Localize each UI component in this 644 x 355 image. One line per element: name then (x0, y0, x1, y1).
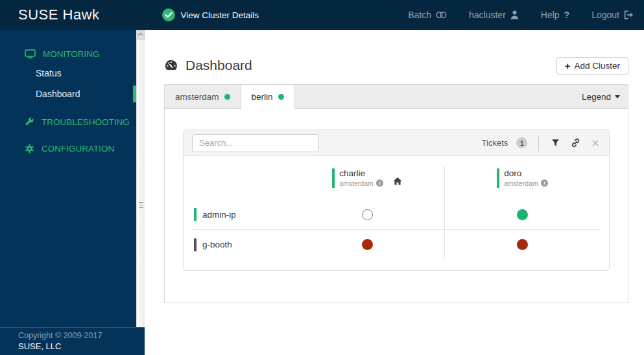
logout-menu-item[interactable]: Logout (591, 10, 634, 20)
resource-status-bar (194, 208, 197, 221)
username-label: hacluster (469, 10, 506, 20)
batch-icon (436, 10, 447, 19)
question-icon: ? (564, 10, 570, 20)
corner-cell (193, 166, 290, 200)
panel-header: Tickets 1 (184, 130, 609, 156)
sidebar-section-configuration: CONFIGURATION (0, 140, 136, 157)
legend-label: Legend (582, 92, 611, 102)
search-input[interactable] (192, 134, 319, 152)
wrench-icon (25, 117, 34, 127)
sidebar-section-monitoring: MONITORING Status Dashboard (0, 45, 136, 104)
page-title: Dashboard (164, 58, 252, 73)
splitter-collapse-button[interactable] (137, 30, 145, 40)
resource-status-bar (194, 238, 197, 251)
sidebar-splitter[interactable] (136, 30, 145, 327)
state-circle[interactable] (362, 209, 373, 220)
tickets-label: Tickets (482, 138, 508, 148)
dashboard-gauge-icon (164, 59, 178, 72)
logout-label: Logout (591, 10, 619, 20)
splitter-grip-icon[interactable] (139, 202, 143, 209)
tab-amsterdam[interactable]: amsterdam (165, 85, 241, 108)
filter-funnel-icon (551, 139, 560, 147)
sidebar-heading-configuration[interactable]: CONFIGURATION (0, 140, 136, 157)
link-button[interactable] (569, 137, 582, 149)
sidebar-heading-monitoring[interactable]: MONITORING (0, 45, 136, 63)
caret-down-icon (615, 95, 620, 98)
hawk-page: SUSE Hawk View Cluster Details Batch hac… (0, 0, 644, 355)
help-label: Help (541, 10, 560, 20)
close-icon: ✕ (591, 139, 599, 148)
sidebar: MONITORING Status Dashboard TROUBLESHOOT… (0, 30, 136, 355)
add-cluster-button[interactable]: + Add Cluster (556, 57, 628, 74)
state-circle[interactable] (517, 209, 528, 220)
chevron-up-icon (138, 33, 143, 38)
resource-state-cell (445, 229, 600, 259)
state-circle[interactable] (517, 239, 528, 250)
help-menu-item[interactable]: Help ? (541, 10, 569, 20)
cluster-tabs-region: amsterdam berlin Legend Ti (164, 84, 628, 303)
sidebar-heading-troubleshooting[interactable]: TROUBLESHOOTING (0, 113, 136, 131)
monitor-icon (25, 49, 36, 59)
node-cluster: amsterdam (339, 179, 374, 187)
section-label: CONFIGURATION (42, 144, 114, 154)
node-cluster: amsterdam (504, 179, 538, 187)
main-header: Dashboard + Add Cluster (164, 56, 628, 75)
column-header-doro: doro amsterdam i (445, 166, 600, 200)
resource-state-cell (290, 229, 445, 259)
node-status-bar (497, 168, 499, 188)
home-icon (393, 177, 402, 185)
user-icon (510, 10, 519, 19)
tickets-count-badge: 1 (516, 137, 527, 148)
cluster-status-label: View Cluster Details (181, 10, 259, 20)
node-header[interactable]: doro amsterdam i (497, 168, 548, 188)
cluster-tab-strip: amsterdam berlin Legend (164, 84, 628, 109)
tab-label: berlin (252, 92, 273, 102)
legend-dropdown[interactable]: Legend (582, 85, 620, 108)
filter-button[interactable] (550, 137, 561, 148)
cluster-status[interactable]: View Cluster Details (162, 8, 259, 21)
tab-berlin[interactable]: berlin (241, 85, 295, 109)
close-button[interactable]: ✕ (590, 137, 601, 149)
section-label: TROUBLESHOOTING (42, 117, 130, 127)
sidebar-item-status[interactable]: Status (0, 63, 136, 84)
user-menu-item[interactable]: hacluster (469, 10, 519, 20)
check-circle-icon (162, 8, 175, 21)
link-icon (571, 138, 580, 148)
resource-state-cell (290, 200, 445, 229)
navbar-menu: Batch hacluster Help ? Logout (408, 10, 634, 20)
resource-row-label: admin-ip (193, 200, 290, 229)
panel-body: charlie amsterdam i (184, 156, 609, 259)
logout-icon (624, 10, 634, 19)
cluster-ok-dot (278, 94, 284, 100)
app-brand: SUSE Hawk (18, 6, 100, 23)
tab-label: amsterdam (175, 92, 219, 102)
main-content: Dashboard + Add Cluster amsterdam berlin… (145, 30, 644, 355)
sidebar-item-label: Status (36, 68, 62, 78)
node-status-bar (332, 168, 335, 188)
column-header-charlie: charlie amsterdam i (290, 166, 445, 200)
info-icon[interactable]: i (376, 179, 383, 187)
gear-icon (25, 144, 34, 154)
node-name: doro (504, 168, 548, 179)
page-title-text: Dashboard (185, 58, 252, 73)
batch-label: Batch (408, 10, 431, 20)
top-navbar: SUSE Hawk View Cluster Details Batch hac… (0, 0, 644, 30)
panel-header-tools: Tickets 1 (482, 135, 601, 151)
sidebar-footer: Copyright © 2009-2017 SUSE, LLC (0, 327, 146, 355)
copyright-text: Copyright © 2009-2017 (18, 331, 146, 340)
node-subline: amsterdam i (339, 179, 383, 187)
toolbar-divider (538, 135, 539, 151)
info-icon[interactable]: i (541, 179, 548, 187)
company-text: SUSE, LLC (18, 341, 146, 351)
state-circle[interactable] (362, 239, 373, 250)
node-name: charlie (339, 168, 383, 179)
sidebar-section-troubleshooting: TROUBLESHOOTING (0, 113, 136, 131)
add-cluster-label: Add Cluster (574, 61, 620, 71)
resource-row-label: g-booth (193, 229, 290, 259)
resource-state-cell (445, 200, 600, 229)
sidebar-item-dashboard[interactable]: Dashboard (0, 84, 136, 104)
node-header[interactable]: charlie amsterdam i (332, 168, 402, 188)
section-label: MONITORING (43, 49, 100, 59)
sidebar-item-label: Dashboard (36, 89, 80, 99)
batch-menu-item[interactable]: Batch (408, 10, 447, 20)
